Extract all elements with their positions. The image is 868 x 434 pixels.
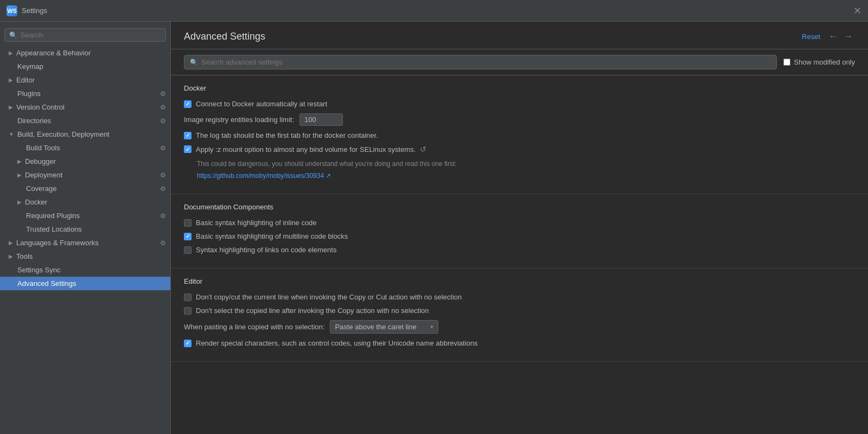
- search-bar-row: 🔍 Show modified only: [171, 49, 868, 75]
- no-copy-label: Don't copy/cut the current line when inv…: [196, 293, 462, 301]
- sidebar-item-build-execution[interactable]: ▼ Build, Execution, Deployment: [0, 127, 170, 141]
- docker-section: Docker Connect to Docker automatically a…: [171, 75, 868, 194]
- z-mount-label: Apply :z mount option to almost any bind…: [196, 145, 416, 154]
- z-mount-checkbox[interactable]: [184, 145, 192, 153]
- sidebar-item-label: Plugins: [9, 90, 160, 98]
- documentation-section-title: Documentation Components: [184, 203, 855, 211]
- no-select-label: Don't select the copied line after invok…: [196, 307, 429, 315]
- sidebar-search-icon: 🔍: [9, 31, 17, 39]
- editor-section: Editor Don't copy/cut the current line w…: [171, 269, 868, 362]
- sidebar-item-plugins[interactable]: Plugins ⚙: [0, 87, 170, 100]
- back-button[interactable]: ←: [827, 30, 840, 42]
- syntax-links-label: Syntax highlighting of links on code ele…: [196, 246, 336, 254]
- settings-icon: ⚙: [160, 212, 166, 220]
- sidebar-item-settings-sync[interactable]: Settings Sync: [0, 263, 170, 277]
- forward-button[interactable]: →: [842, 30, 855, 42]
- setting-z-mount: Apply :z mount option to almost any bind…: [184, 145, 855, 180]
- reset-button[interactable]: Reset: [802, 33, 820, 41]
- render-special-label: Render special characters, such as contr…: [196, 339, 478, 347]
- sidebar-item-label: Advanced Settings: [9, 279, 166, 288]
- sidebar: 🔍 ▶ Appearance & Behavior Keymap ▶ Edito…: [0, 22, 171, 434]
- settings-icon: ⚙: [160, 239, 166, 247]
- paste-behavior-label: When pasting a line copied with no selec…: [184, 323, 324, 331]
- sidebar-item-languages-frameworks[interactable]: ▶ Languages & Frameworks ⚙: [0, 236, 170, 250]
- chevron-right-icon: ▶: [17, 158, 22, 164]
- sidebar-item-label: Editor: [16, 76, 166, 84]
- advanced-search-input[interactable]: [201, 58, 771, 66]
- sidebar-item-version-control[interactable]: ▶ Version Control ⚙: [0, 100, 170, 114]
- show-modified-label[interactable]: Show modified only: [794, 58, 855, 66]
- sidebar-item-required-plugins[interactable]: Required Plugins ⚙: [0, 209, 170, 222]
- sidebar-item-build-tools[interactable]: Build Tools ⚙: [0, 141, 170, 155]
- sidebar-item-advanced-settings[interactable]: Advanced Settings: [0, 277, 170, 290]
- editor-section-title: Editor: [184, 277, 855, 285]
- chevron-right-icon: ▶: [9, 104, 13, 110]
- chevron-down-icon: ▼: [9, 131, 14, 137]
- show-modified-checkbox[interactable]: [783, 59, 790, 66]
- setting-basic-multiline: Basic syntax highlighting of multiline c…: [184, 232, 855, 240]
- sidebar-item-debugger[interactable]: ▶ Debugger: [0, 155, 170, 168]
- syntax-links-checkbox[interactable]: [184, 246, 192, 254]
- sidebar-search-box[interactable]: 🔍: [4, 28, 166, 42]
- chevron-right-icon: ▶: [9, 253, 13, 259]
- sidebar-search-input[interactable]: [21, 31, 161, 39]
- sidebar-item-docker[interactable]: ▶ Docker: [0, 195, 170, 209]
- paste-behavior-select[interactable]: Paste above the caret line Paste below t…: [330, 320, 438, 334]
- paste-behavior-dropdown-wrapper: Paste above the caret line Paste below t…: [330, 320, 438, 334]
- settings-icon: ⚙: [160, 171, 166, 179]
- sidebar-item-label: Build, Execution, Deployment: [17, 130, 166, 138]
- advanced-search-box[interactable]: 🔍: [184, 55, 777, 69]
- nav-arrows: ← →: [827, 30, 855, 42]
- setting-image-registry: Image registry entities loading limit:: [184, 113, 855, 126]
- no-select-checkbox[interactable]: [184, 307, 192, 315]
- sidebar-item-tools[interactable]: ▶ Tools: [0, 250, 170, 263]
- sidebar-item-trusted-locations[interactable]: Trusted Locations: [0, 222, 170, 236]
- connect-docker-checkbox[interactable]: [184, 100, 192, 108]
- image-registry-input[interactable]: [299, 113, 343, 126]
- basic-inline-checkbox[interactable]: [184, 219, 192, 227]
- log-tab-checkbox[interactable]: [184, 132, 192, 139]
- sidebar-item-appearance-behavior[interactable]: ▶ Appearance & Behavior: [0, 46, 170, 60]
- basic-multiline-label: Basic syntax highlighting of multiline c…: [196, 232, 348, 240]
- sidebar-item-coverage[interactable]: Coverage ⚙: [0, 182, 170, 195]
- chevron-right-icon: ▶: [17, 199, 22, 205]
- page-title: Advanced Settings: [184, 31, 265, 42]
- setting-connect-docker: Connect to Docker automatically at resta…: [184, 100, 855, 108]
- render-special-checkbox[interactable]: [184, 340, 192, 347]
- sidebar-item-label: Debugger: [25, 157, 166, 165]
- sidebar-item-deployment[interactable]: ▶ Deployment ⚙: [0, 168, 170, 182]
- setting-no-select: Don't select the copied line after invok…: [184, 307, 855, 315]
- sidebar-item-label: Settings Sync: [9, 266, 166, 274]
- setting-render-special: Render special characters, such as contr…: [184, 339, 855, 347]
- sidebar-item-label: Keymap: [9, 62, 166, 71]
- sidebar-item-keymap[interactable]: Keymap: [0, 60, 170, 73]
- settings-content: Docker Connect to Docker automatically a…: [171, 75, 868, 434]
- settings-icon: ⚙: [160, 117, 166, 125]
- setting-no-copy: Don't copy/cut the current line when inv…: [184, 293, 855, 301]
- chevron-right-icon: ▶: [9, 50, 13, 56]
- content-area: 🔍 ▶ Appearance & Behavior Keymap ▶ Edito…: [0, 22, 868, 434]
- chevron-right-icon: ▶: [9, 77, 13, 83]
- basic-inline-label: Basic syntax highlighting of inline code: [196, 219, 317, 227]
- sidebar-item-label: Directories: [9, 117, 160, 125]
- close-button[interactable]: ✕: [853, 6, 861, 16]
- sidebar-item-editor[interactable]: ▶ Editor: [0, 73, 170, 87]
- no-copy-checkbox[interactable]: [184, 293, 192, 301]
- basic-multiline-checkbox[interactable]: [184, 233, 192, 240]
- settings-icon: ⚙: [160, 185, 166, 193]
- reset-icon[interactable]: ↺: [420, 145, 426, 154]
- settings-icon: ⚙: [160, 144, 166, 152]
- log-tab-label: The log tab should be the first tab for …: [196, 131, 378, 139]
- sidebar-item-directories[interactable]: Directories ⚙: [0, 114, 170, 127]
- main-header: Advanced Settings Reset ← →: [171, 22, 868, 49]
- sidebar-item-label: Languages & Frameworks: [16, 239, 160, 247]
- setting-log-tab: The log tab should be the first tab for …: [184, 131, 855, 139]
- setting-syntax-links: Syntax highlighting of links on code ele…: [184, 246, 855, 254]
- window-title: Settings: [22, 7, 853, 15]
- sidebar-item-label: Required Plugins: [17, 212, 160, 220]
- z-mount-link[interactable]: https://github.com/moby/moby/issues/3093…: [197, 172, 331, 180]
- documentation-section: Documentation Components Basic syntax hi…: [171, 194, 868, 269]
- sidebar-item-label: Coverage: [17, 184, 160, 193]
- chevron-right-icon: ▶: [9, 240, 13, 246]
- sidebar-item-label: Deployment: [25, 171, 160, 179]
